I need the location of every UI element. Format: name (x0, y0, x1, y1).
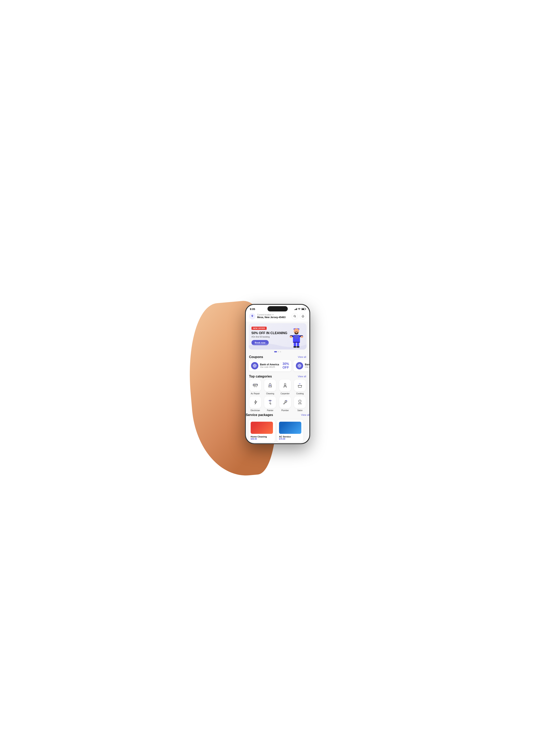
category-plumber[interactable]: Plumber (278, 396, 292, 412)
bell-icon (301, 315, 304, 318)
svg-point-15 (293, 346, 296, 348)
svg-point-11 (289, 336, 292, 338)
worker-character (288, 325, 305, 348)
phone-wrapper: 9:05 (245, 304, 310, 444)
service-card-title-2: AC Service (279, 435, 301, 438)
coupon-info-1: Bank of America Use code #A125 (260, 363, 279, 368)
coupon-discount-1: 30%OFF (282, 362, 289, 369)
service-card-price-1: $49.99 (251, 438, 273, 440)
painter-icon-box (264, 396, 276, 408)
category-cleaning[interactable]: Cleaning (264, 380, 277, 395)
coupons-view-all[interactable]: View all (298, 356, 306, 358)
coupon-card-2[interactable]: Bank Use co... 25%OFF (293, 360, 309, 371)
svg-rect-8 (294, 335, 298, 339)
categories-title: Top categories (249, 375, 272, 378)
service-card-1[interactable]: Home Cleaning $49.99 (249, 419, 275, 442)
category-painter[interactable]: Painter (264, 396, 277, 412)
dot-2 (278, 351, 279, 352)
status-time: 9:05 (250, 308, 255, 311)
wifi-icon (298, 308, 300, 310)
svg-point-12 (300, 336, 303, 338)
coupon-code-1: Use code #A125 (260, 366, 279, 368)
svg-rect-17 (293, 342, 300, 342)
cooking-label: Cooking (296, 393, 304, 395)
categories-grid: Ac Repair (246, 380, 309, 413)
location-area: Current location Mesa, New Jersey-45463 (249, 313, 285, 320)
carpenter-icon (282, 383, 288, 388)
service-card-2[interactable]: AC Service $79.99 (277, 419, 303, 442)
scene: 9:05 (203, 284, 336, 472)
service-cards-row: Home Cleaning $49.99 AC Service $79.99 (246, 418, 309, 443)
categories-view-all[interactable]: View all (298, 375, 306, 378)
cleaning-icon (267, 383, 273, 388)
worker-svg (288, 325, 305, 348)
service-card-img-2 (279, 422, 301, 434)
coupon-logo-1 (251, 362, 258, 369)
location-label: Current location (257, 314, 285, 316)
category-ac-repair[interactable]: Ac Repair (249, 380, 262, 395)
ac-repair-icon (253, 383, 258, 388)
service-card-price-2: $79.99 (279, 438, 301, 440)
service-card-img-1 (251, 422, 273, 434)
search-icon (293, 315, 296, 318)
carpenter-label: Carpenter (281, 393, 289, 395)
svg-point-0 (299, 310, 299, 310)
painter-icon (267, 399, 273, 405)
search-button[interactable] (292, 313, 298, 320)
cleaning-label: Cleaning (266, 393, 274, 395)
salon-label: Salon (297, 409, 303, 412)
promo-banner: NEW OFFER 50% OFF IN CLEANING #On first … (249, 323, 307, 349)
category-carpenter[interactable]: Carpenter (278, 380, 292, 395)
coupon-code-2: Use co... (305, 366, 309, 368)
cooking-icon-box (294, 380, 306, 391)
location-text: Current location Mesa, New Jersey-45463 (257, 314, 285, 319)
service-packages-header: Service packages View all (246, 413, 309, 418)
svg-point-16 (296, 346, 299, 348)
svg-point-31 (284, 383, 286, 385)
location-pin-icon (249, 313, 256, 320)
carpenter-icon-box (279, 380, 291, 391)
header-icons (292, 313, 306, 320)
signal-icon (294, 308, 297, 310)
coupon-card-1[interactable]: Bank of America Use code #A125 30%OFF (249, 360, 291, 371)
bank-logo-2 (297, 364, 301, 368)
plumber-label: Plumber (281, 409, 289, 412)
coupons-row: Bank of America Use code #A125 30%OFF (246, 360, 309, 373)
new-offer-badge: NEW OFFER (252, 327, 267, 330)
electrician-icon (253, 399, 258, 405)
ac-repair-icon-box (250, 380, 261, 391)
painter-label: Painter (267, 409, 273, 412)
coupons-title: Coupons (249, 355, 263, 359)
dot-1 (274, 351, 277, 352)
svg-point-30 (270, 385, 270, 386)
coupon-bank-1: Bank of America (260, 363, 279, 366)
plumber-icon (282, 399, 288, 405)
phone-screen: 9:05 (246, 305, 309, 443)
dot-3 (280, 351, 281, 352)
plumber-icon-box (279, 396, 291, 408)
electrician-icon-box (250, 396, 261, 408)
categories-section-header: Top categories View all (246, 373, 309, 380)
category-electrician[interactable]: Electrician (249, 396, 262, 412)
category-cooking[interactable]: Cooking (293, 380, 307, 395)
cleaning-icon-box (264, 380, 276, 391)
header: Current location Mesa, New Jersey-45463 (246, 312, 309, 322)
coupon-info-2: Bank Use co... (305, 363, 309, 368)
service-packages-view-all[interactable]: View all (301, 414, 309, 416)
salon-icon (297, 399, 303, 405)
battery-icon (301, 308, 305, 310)
scroll-content[interactable]: NEW OFFER 50% OFF IN CLEANING #On first … (246, 322, 309, 443)
map-pin-icon (251, 315, 254, 318)
notification-button[interactable] (300, 313, 306, 320)
salon-icon-box (294, 396, 306, 408)
phone-notch (268, 306, 288, 311)
banner-dots (246, 351, 309, 352)
coupon-logo-2 (296, 362, 303, 369)
bank-logo-1 (253, 364, 257, 368)
chevron-down-icon (272, 314, 274, 316)
phone-device: 9:05 (245, 304, 310, 444)
category-salon[interactable]: Salon (293, 396, 307, 412)
electrician-label: Electrician (251, 409, 260, 412)
location-name: Mesa, New Jersey-45463 (257, 316, 285, 319)
service-packages-title: Service packages (246, 413, 273, 417)
